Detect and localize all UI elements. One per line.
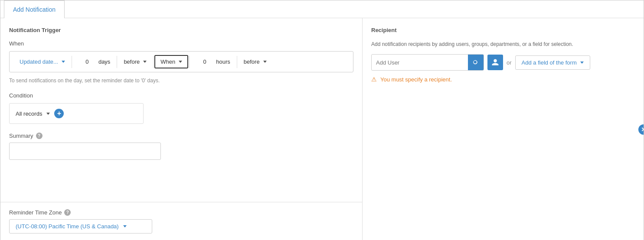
timezone-help-icon[interactable]: ? [64,209,71,216]
add-notification-tab[interactable]: Add Notification [4,0,65,18]
search-icon [472,59,479,66]
summary-input[interactable] [9,143,161,160]
separator-4 [189,56,190,68]
summary-label: Summary ? [9,133,353,139]
days-unit-label: days [98,58,110,65]
when-dropdown[interactable]: When [154,55,188,68]
when-label: When [9,40,353,47]
hours-unit-label: hours [216,58,230,65]
user-icon-button[interactable] [487,55,503,70]
summary-help-icon[interactable]: ? [36,133,42,139]
add-condition-button[interactable]: + [54,109,64,118]
tab-header: Add Notification [0,0,644,18]
recipient-description: Add notification recipients by adding us… [371,40,635,48]
warning-icon: ⚠ [371,76,377,83]
when-chevron-icon [179,61,182,63]
when-dropdown-label: When [160,58,175,65]
before-dropdown-1[interactable]: before [118,55,152,68]
timezone-chevron-icon [123,225,127,227]
days-segment: days [73,55,116,68]
condition-select[interactable]: All records [16,110,50,117]
hours-segment: hours [190,55,236,68]
date-field-chevron-icon [62,61,65,63]
separator-2 [117,56,117,68]
panels-row: Notification Trigger When Updated date..… [0,18,644,240]
before-label-1: before [124,58,140,65]
add-field-chevron-icon [580,62,584,64]
before-dropdown-2[interactable]: before [238,55,272,68]
before-chevron-icon-1 [143,61,147,63]
hint-text: To send notifications on the day, set th… [9,78,353,84]
condition-value: All records [16,110,42,117]
right-panel: Recipient Add notification recipients by… [363,18,644,240]
person-icon [491,58,499,66]
search-button[interactable] [468,55,484,70]
separator-3 [153,56,154,68]
add-field-label: Add a field of the form [522,59,577,66]
notification-trigger-title: Notification Trigger [9,27,353,33]
condition-box: All records + [9,103,144,124]
bottom-section: Reminder Time Zone ? (UTC-08:00) Pacific… [0,202,362,240]
recipient-title: Recipient [371,27,635,33]
trigger-row: Updated date... days before [9,51,353,72]
hours-input[interactable] [196,58,213,65]
date-field-dropdown[interactable]: Updated date... [14,55,71,68]
recipient-row: or Add a field of the form [371,54,635,71]
before-chevron-icon-2 [263,61,267,63]
date-field-label: Updated date... [20,58,58,65]
add-field-button[interactable]: Add a field of the form [515,55,590,70]
separator-1 [72,56,72,68]
add-user-input[interactable] [372,56,468,69]
warning-text: You must specify a recipient. [380,76,452,83]
before-label-2: before [244,58,260,65]
condition-label: Condition [9,92,353,99]
user-search-box [371,54,484,71]
timezone-label: Reminder Time Zone ? [9,209,353,216]
close-button[interactable]: ✕ [638,124,644,135]
timezone-select[interactable]: (UTC-08:00) Pacific Time (US & Canada) [9,219,152,234]
days-input[interactable] [78,58,96,65]
warning-row: ⚠ You must specify a recipient. [371,76,635,83]
left-panel: Notification Trigger When Updated date..… [0,18,363,240]
condition-chevron-icon [46,113,50,115]
timezone-value: (UTC-08:00) Pacific Time (US & Canada) [16,223,119,230]
or-text: or [507,59,512,66]
summary-text: Summary [9,133,33,139]
timezone-label-text: Reminder Time Zone [9,209,62,216]
left-scrollable: Notification Trigger When Updated date..… [0,18,362,202]
separator-5 [237,56,237,68]
